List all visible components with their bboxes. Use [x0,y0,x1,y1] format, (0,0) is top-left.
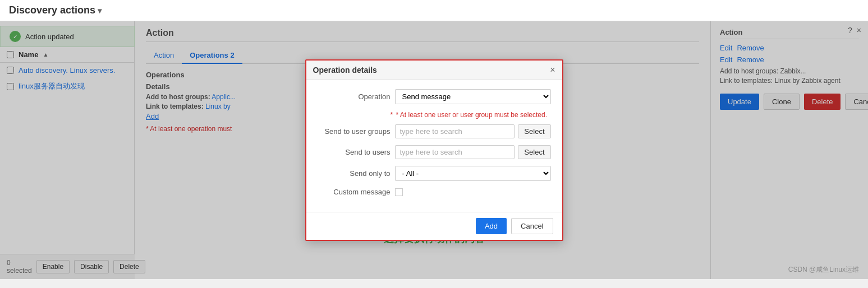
operation-control: Send message [395,89,551,104]
modal-close-button[interactable]: × [550,65,555,75]
modal-warning: * * At least one user or user group must… [391,111,551,119]
operation-label: Operation [318,92,391,101]
modal-title: Operation details [313,66,377,75]
custom-message-row: Custom message [318,188,551,196]
send-to-user-groups-row: Send to user groups Select [318,124,551,138]
app-title[interactable]: Discovery actions ▾ [9,4,102,16]
operation-details-modal: Operation details × Operation Send messa… [305,59,563,241]
custom-message-control [395,188,551,196]
modal-overlay: Operation details × Operation Send messa… [0,21,868,279]
main-layout: ✓ Action updated Name ▲ Auto discovery. … [0,21,868,279]
send-to-user-groups-control: Select [395,124,551,138]
app-title-text: Discovery actions [9,4,95,16]
send-only-to-row: Send only to - All - [318,166,551,181]
operation-select[interactable]: Send message [395,89,551,104]
custom-message-label: Custom message [318,188,391,196]
send-to-users-input[interactable] [395,145,515,159]
send-to-users-label: Send to users [318,148,391,156]
modal-header: Operation details × [306,61,562,80]
custom-message-checkbox[interactable] [395,188,403,196]
title-chevron-icon: ▾ [98,6,102,15]
select-users-button[interactable]: Select [518,145,550,159]
modal-warning-text: * At least one user or user group must b… [396,111,547,119]
select-user-groups-button[interactable]: Select [518,124,550,138]
send-to-user-groups-input[interactable] [395,124,515,138]
send-to-user-groups-label: Send to user groups [318,127,391,136]
send-to-users-row: Send to users Select [318,145,551,159]
modal-cancel-button[interactable]: Cancel [511,218,553,234]
top-header: Discovery actions ▾ [0,0,868,21]
modal-add-button[interactable]: Add [476,218,507,234]
modal-body: Operation Send message * * At least one … [306,80,562,212]
send-only-to-label: Send only to [318,169,391,178]
modal-footer: Add Cancel [306,212,562,240]
send-to-users-control: Select [395,145,551,159]
operation-row: Operation Send message [318,89,551,104]
send-only-to-select[interactable]: - All - [395,166,551,181]
required-star: * [391,111,393,119]
send-only-to-control: - All - [395,166,551,181]
